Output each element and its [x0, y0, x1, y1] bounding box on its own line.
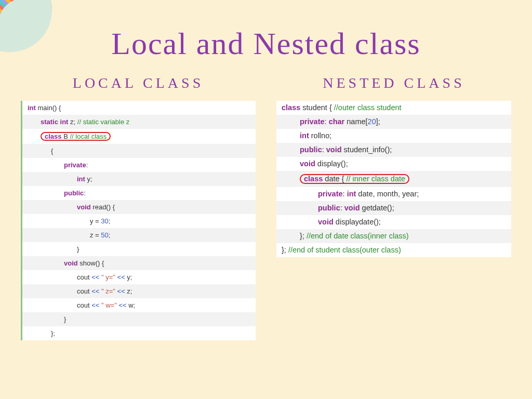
code-line: }: [22, 242, 256, 256]
code-line: private: int date, month, year;: [276, 187, 511, 201]
code-line: public:: [22, 186, 256, 200]
code-line: public: void getdate();: [276, 201, 511, 215]
code-line: void display();: [276, 157, 511, 171]
code-line-highlighted: class date { // inner class date: [276, 171, 511, 187]
code-line: }: [22, 312, 256, 326]
code-line: z = 50;: [22, 228, 256, 242]
code-line: int rollno;: [276, 129, 511, 143]
code-line: }; //end of date class(inner class): [276, 229, 511, 243]
code-line: void displaydate();: [276, 215, 511, 229]
code-line: };: [22, 326, 256, 340]
local-class-heading: LOCAL CLASS: [21, 75, 256, 91]
code-line: int y;: [22, 172, 256, 186]
code-line: public: void student_info();: [276, 143, 511, 157]
code-line-highlighted: class B // local class: [22, 129, 256, 144]
nested-class-code: class student { //outer class student pr…: [276, 101, 511, 257]
code-line: void read() {: [22, 200, 256, 214]
code-line: y = 30;: [22, 214, 256, 228]
code-line: static int z; // static variable z: [22, 115, 256, 129]
code-line: cout << " y=" << y;: [22, 270, 256, 284]
code-line: cout << " z=" << z;: [22, 284, 256, 298]
code-line: }; //end of student class(outer class): [276, 243, 511, 257]
code-line: {: [22, 144, 256, 158]
code-line: int main() {: [22, 101, 256, 115]
code-line: private:: [22, 158, 256, 172]
nested-class-heading: NESTED CLASS: [276, 75, 511, 91]
page-title: Local and Nested class: [0, 26, 532, 62]
columns-container: LOCAL CLASS int main() { static int z; /…: [0, 62, 532, 340]
code-line: void show() {: [22, 256, 256, 270]
code-line: private: char name[20];: [276, 115, 511, 129]
code-line: cout << " w=" << w;: [22, 298, 256, 312]
local-class-column: LOCAL CLASS int main() { static int z; /…: [21, 75, 256, 340]
local-class-code: int main() { static int z; // static var…: [21, 101, 256, 340]
code-line: class student { //outer class student: [276, 101, 511, 115]
nested-class-column: NESTED CLASS class student { //outer cla…: [276, 75, 511, 340]
